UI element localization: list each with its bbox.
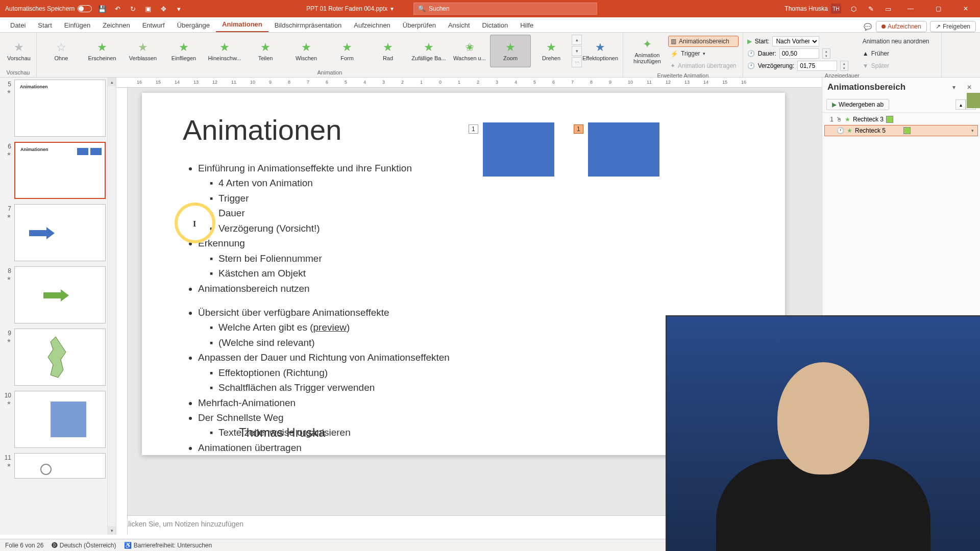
tab-entwurf[interactable]: Entwurf [136,18,171,32]
present-from-start-button[interactable]: ▣ [143,4,153,14]
play-from-button[interactable]: ▶Wiedergeben ab [826,99,889,110]
move-up-button[interactable]: ▴ [955,99,966,110]
tab-ueberpruefen[interactable]: Überprüfen [397,18,442,32]
tab-dictation[interactable]: Dictation [476,18,514,32]
ribbon-display-button[interactable]: ▭ [883,4,893,14]
star-icon: ★ [138,41,148,54]
redo-button[interactable]: ↻ [128,4,138,14]
anim-spin[interactable]: ★Drehen [531,35,572,67]
tab-animationen[interactable]: Animationen [216,17,268,32]
rectangle-shape-2[interactable] [588,122,659,177]
duration-spinner[interactable]: ▴▾ [822,48,830,59]
tab-ansicht[interactable]: Ansicht [442,18,476,32]
tab-aufzeichnen[interactable]: Aufzeichnen [348,18,397,32]
share-button[interactable]: ↗Freigeben [930,21,976,32]
timeline-bar[interactable] [886,116,893,123]
preview-button[interactable]: ★ Vorschau [4,35,34,67]
maximize-button[interactable]: ▢ [928,0,948,17]
anim-star-icon: ★ [7,338,11,343]
search-input[interactable]: 🔍 Suchen [413,3,597,15]
star-icon: ★ [546,41,556,54]
gallery-more[interactable]: ⋯ [572,57,582,67]
ribbon-tabs: Datei Start Einfügen Zeichnen Entwurf Üb… [0,17,980,33]
star-icon: ✬ [465,41,474,54]
slide-thumb-10[interactable] [14,391,106,448]
animation-painter-button[interactable]: ✦Animation übertragen [668,60,739,71]
delay-input[interactable] [797,61,837,71]
item-dropdown[interactable]: ▾ [970,128,975,133]
anim-none[interactable]: ☆Ohne [41,35,82,67]
qat-customize-button[interactable]: ▾ [174,4,184,14]
tab-zeichnen[interactable]: Zeichnen [96,18,136,32]
duration-input[interactable] [779,48,819,59]
animation-tag-1[interactable]: 1 [469,124,478,134]
trigger-button[interactable]: ⚡Trigger▾ [668,48,739,59]
user-avatar: TH [831,4,841,14]
up-arrow-icon: ▲ [863,50,869,57]
autosave-toggle[interactable]: Automatisches Speichern [5,5,92,12]
minimize-button[interactable]: — [900,0,921,17]
tab-start[interactable]: Start [32,18,58,32]
slide-body-text[interactable]: Einführung in Animationseffekte und ihre… [183,161,744,455]
slide-thumb-9[interactable] [14,329,106,386]
clock-icon: 🕐 [747,50,755,57]
slide-thumb-6[interactable]: Animationen [14,142,106,199]
tab-einfuegen[interactable]: Einfügen [58,18,96,32]
anim-wheel[interactable]: ★Rad [368,35,408,67]
rectangle-shape-1[interactable] [483,122,554,177]
tab-bildschirmpraesentation[interactable]: Bildschirmpräsentation [268,18,348,32]
horizontal-ruler[interactable]: 1615141312111098765432101234567891011121… [116,78,822,88]
close-button[interactable]: ✕ [955,0,976,17]
save-button[interactable]: 💾 [97,4,107,14]
move-later-button[interactable]: ▼Später [861,60,937,71]
anim-floatin[interactable]: ★Hineinschw... [204,35,245,67]
timeline-bar[interactable] [903,127,911,134]
pane-close-button[interactable]: ✕ [964,82,975,93]
slide-thumb-11[interactable] [14,453,106,479]
slide-title[interactable]: Animationen [183,113,744,146]
delay-spinner[interactable]: ▴▾ [840,61,848,71]
animation-pane-toggle[interactable]: ▥Animationsbereich [668,36,739,47]
comments-button[interactable]: 💬 [863,21,873,32]
slide-thumb-8[interactable] [14,266,106,323]
undo-button[interactable]: ↶ [112,4,122,14]
slide-thumb-7[interactable] [14,204,106,261]
star-icon: ★ [383,41,393,54]
animation-item-2[interactable]: 🕐 ★ Rechteck 5 ▾ [824,125,978,136]
anim-flyin[interactable]: ★Einfliegen [163,35,204,67]
add-animation-button[interactable]: ✦ Animation hinzufügen [627,35,667,67]
anim-split[interactable]: ★Teilen [245,35,286,67]
anim-zoom[interactable]: ★Zoom [490,35,531,67]
anim-wipe[interactable]: ★Wischen [286,35,327,67]
animation-gallery: ☆Ohne ★Erscheinen ★Verblassen ★Einfliege… [41,35,619,67]
tab-uebergaenge[interactable]: Übergänge [171,18,216,32]
thumbnail-scrollbar[interactable]: ▴ ▾ [107,78,116,535]
effect-options-button[interactable]: ★ Effektoptionen [582,35,619,67]
animation-tag-2[interactable]: 1 [574,124,583,134]
anim-fade[interactable]: ★Verblassen [122,35,163,67]
gallery-up[interactable]: ▴ [572,35,582,45]
language-indicator[interactable]: 🅓 Deutsch (Österreich) [52,542,116,549]
anim-randombars[interactable]: ★Zufällige Ba... [408,35,449,67]
tab-datei[interactable]: Datei [4,18,32,32]
ink-button[interactable]: ✎ [866,4,876,14]
pane-dropdown-button[interactable]: ▾ [948,82,960,93]
touch-mode-button[interactable]: ✥ [158,4,168,14]
record-button[interactable]: Aufzeichnen [876,21,927,32]
pane-tab-icon[interactable] [967,93,980,108]
document-title[interactable]: PPT 01 Roter Faden 004.pptx ▾ [306,5,394,12]
duration-label: Dauer: [758,50,776,57]
move-earlier-button[interactable]: ▲Früher [861,48,937,59]
anim-growturn[interactable]: ✬Wachsen u... [449,35,490,67]
tab-hilfe[interactable]: Hilfe [514,18,540,32]
accessibility-check[interactable]: ♿ Barrierefreiheit: Untersuchen [124,542,212,549]
start-select[interactable]: Nach Vorher... [772,36,819,46]
slide-thumb-5[interactable]: Animationen [14,80,106,137]
anim-appear[interactable]: ★Erscheinen [82,35,122,67]
slide-counter[interactable]: Folie 6 von 26 [5,542,43,549]
coming-soon-button[interactable]: ⬡ [848,4,859,14]
animation-item-1[interactable]: 1 🖱 ★ Rechteck 3 [824,114,978,125]
gallery-down[interactable]: ▾ [572,46,582,56]
account-button[interactable]: Thomas Hruska TH [785,4,841,14]
anim-shape[interactable]: ★Form [327,35,368,67]
